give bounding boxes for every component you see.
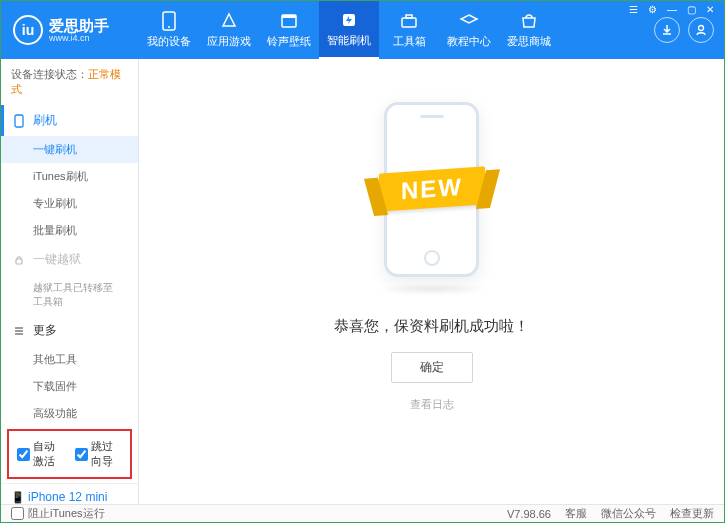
- sub-itunes-flash[interactable]: iTunes刷机: [1, 163, 138, 190]
- minimize-icon[interactable]: —: [663, 4, 681, 15]
- sub-other-tools[interactable]: 其他工具: [1, 346, 138, 373]
- phone-illustration: NEW: [357, 89, 507, 289]
- sub-download-firmware[interactable]: 下载固件: [1, 373, 138, 400]
- svg-point-1: [168, 26, 170, 28]
- nav-tutorials[interactable]: 教程中心: [439, 1, 499, 59]
- top-nav: 我的设备 应用游戏 铃声壁纸 智能刷机 工具箱 教程中心 爱思商城: [139, 1, 654, 59]
- connection-status: 设备连接状态：正常模式: [1, 59, 138, 105]
- check-skip-guide[interactable]: 跳过向导: [75, 439, 123, 469]
- nav-flash[interactable]: 智能刷机: [319, 1, 379, 59]
- nav-store[interactable]: 爱思商城: [499, 1, 559, 59]
- app-url: www.i4.cn: [49, 33, 109, 43]
- new-ribbon: NEW: [379, 166, 485, 211]
- svg-rect-6: [406, 15, 412, 18]
- app-name: 爱思助手: [49, 18, 109, 33]
- nav-my-device[interactable]: 我的设备: [139, 1, 199, 59]
- window-controls: ☰ ⚙ — ▢ ✕: [619, 1, 724, 18]
- svg-rect-5: [402, 18, 416, 27]
- success-message: 恭喜您，保资料刷机成功啦！: [334, 317, 529, 336]
- svg-rect-3: [282, 15, 296, 18]
- phone-icon: [159, 11, 179, 31]
- jailbreak-note: 越狱工具已转移至 工具箱: [1, 275, 138, 315]
- options-highlight: 自动激活 跳过向导: [7, 429, 132, 479]
- store-icon: [519, 11, 539, 31]
- logo-icon: iu: [13, 15, 43, 45]
- check-block-itunes[interactable]: 阻止iTunes运行: [11, 506, 105, 521]
- device-name: iPhone 12 mini: [11, 490, 128, 504]
- category-more[interactable]: 更多: [1, 315, 138, 346]
- check-auto-activate[interactable]: 自动激活: [17, 439, 65, 469]
- header: iu 爱思助手 www.i4.cn 我的设备 应用游戏 铃声壁纸 智能刷机 工具…: [1, 1, 724, 59]
- menu-icon[interactable]: ☰: [625, 4, 642, 15]
- sidebar: 设备连接状态：正常模式 刷机 一键刷机 iTunes刷机 专业刷机 批量刷机 一…: [1, 59, 139, 506]
- logo: iu 爱思助手 www.i4.cn: [1, 15, 139, 45]
- sub-batch-flash[interactable]: 批量刷机: [1, 217, 138, 244]
- graduation-icon: [459, 11, 479, 31]
- footer-wechat[interactable]: 微信公众号: [601, 506, 656, 521]
- version-label: V7.98.66: [507, 508, 551, 520]
- flash-icon: [339, 10, 359, 30]
- sub-pro-flash[interactable]: 专业刷机: [1, 190, 138, 217]
- user-button[interactable]: [688, 17, 714, 43]
- nav-toolbox[interactable]: 工具箱: [379, 1, 439, 59]
- wallpaper-icon: [279, 11, 299, 31]
- settings-icon[interactable]: ⚙: [644, 4, 661, 15]
- maximize-icon[interactable]: ▢: [683, 4, 700, 15]
- svg-point-7: [699, 26, 704, 31]
- category-jailbreak[interactable]: 一键越狱: [1, 244, 138, 275]
- phone-small-icon: [13, 114, 27, 128]
- lock-icon: [13, 254, 27, 266]
- svg-rect-8: [15, 115, 23, 127]
- more-icon: [13, 325, 27, 337]
- view-log-link[interactable]: 查看日志: [410, 397, 454, 412]
- close-icon[interactable]: ✕: [702, 4, 718, 15]
- footer: 阻止iTunes运行 V7.98.66 客服 微信公众号 检查更新: [1, 504, 724, 522]
- main-content: NEW 恭喜您，保资料刷机成功啦！ 确定 查看日志: [139, 59, 724, 506]
- sub-oneclick-flash[interactable]: 一键刷机: [1, 136, 138, 163]
- nav-ringtones[interactable]: 铃声壁纸: [259, 1, 319, 59]
- download-button[interactable]: [654, 17, 680, 43]
- footer-service[interactable]: 客服: [565, 506, 587, 521]
- apps-icon: [219, 11, 239, 31]
- category-flash[interactable]: 刷机: [1, 105, 138, 136]
- toolbox-icon: [399, 11, 419, 31]
- nav-apps[interactable]: 应用游戏: [199, 1, 259, 59]
- svg-rect-9: [16, 259, 22, 264]
- footer-update[interactable]: 检查更新: [670, 506, 714, 521]
- ok-button[interactable]: 确定: [391, 352, 473, 383]
- sub-advanced[interactable]: 高级功能: [1, 400, 138, 427]
